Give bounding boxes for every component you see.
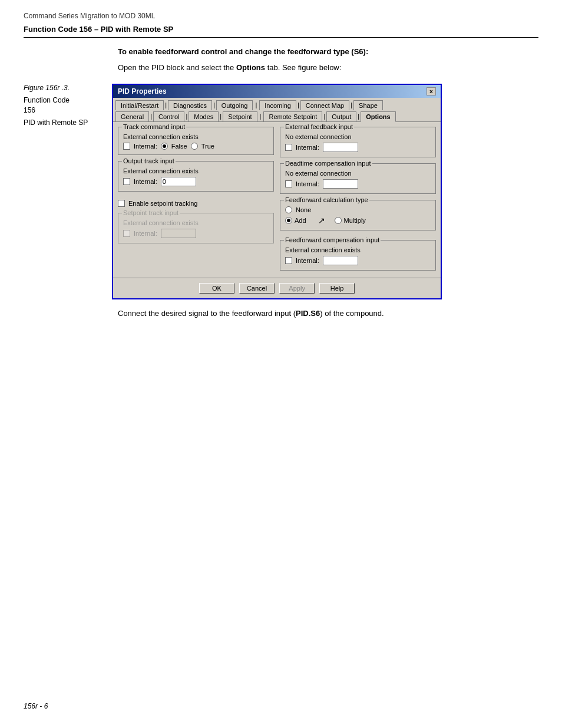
ff-add-radio[interactable] [285,217,292,224]
tab-modes[interactable]: Modes [189,111,219,121]
document-title: Command Series Migration to MOD 30ML [24,12,538,20]
output-track-internal-label: Internal: [134,178,157,185]
feedforward-comp-external: External connection exists [285,246,431,253]
feedforward-comp-checkbox[interactable] [285,257,292,264]
deadtime-internal-checkbox[interactable] [285,180,292,187]
deadtime-title: Deadtime compensation input [284,160,372,167]
page-number: 156r - 6 [24,702,48,710]
deadtime-input[interactable] [323,179,358,189]
deadtime-group: Deadtime compensation input No external … [280,163,436,194]
section-title: Function Code 156 – PID with Remote SP [24,25,538,38]
caption-line3: PID with Remote SP [24,118,88,127]
track-command-false-radio[interactable] [161,143,168,150]
feedforward-comp-group: Feedforward compensation input External … [280,240,436,271]
dialog-body: Track command input External connection … [113,122,441,278]
external-feedback-checkbox[interactable] [285,144,292,151]
tab-remote-setpoint[interactable]: Remote Setpoint [263,111,322,121]
feedforward-comp-input[interactable] [323,256,358,265]
tabs-row-1: Initial/Restart | Diagnostics | Outgoing… [113,98,441,111]
output-track-internal-checkbox[interactable] [123,178,130,185]
setpoint-track-internal-label: Internal: [134,230,157,237]
apply-button[interactable]: Apply [279,283,315,294]
caption-line1: Function Code [24,96,70,104]
ff-none-label: None [296,206,311,213]
track-command-false-label: False [171,143,187,150]
tab-diagnostics[interactable]: Diagnostics [168,100,212,110]
output-track-title: Output track input [122,157,176,164]
track-command-internal-label: Internal: [134,143,157,150]
dialog-titlebar: PID Properties × [113,85,441,98]
figure-caption: Figure 156r .3. Function Code 156 PID wi… [24,84,100,299]
setpoint-track-internal-checkbox [123,230,130,237]
external-feedback-input[interactable] [323,143,358,152]
help-button[interactable]: Help [319,283,355,294]
setpoint-track-external: External connection exists [123,219,269,226]
figure-label: Figure 156r .3. [24,84,100,92]
cancel-button[interactable]: Cancel [239,283,275,294]
ok-button[interactable]: OK [199,283,234,294]
track-command-true-label: True [201,143,214,150]
external-feedback-group: External feedback input No external conn… [280,127,436,157]
external-feedback-label: Internal: [296,144,319,151]
tab-output[interactable]: Output [326,111,356,121]
tab-initial-restart[interactable]: Initial/Restart [115,100,164,110]
track-command-title: Track command input [122,123,186,130]
setpoint-track-title: Setpoint track input [122,209,180,216]
ff-add-label: Add [295,217,306,224]
deadtime-external-text: No external connection [285,170,431,177]
tab-incoming[interactable]: Incoming [259,100,296,110]
feedforward-calc-group: Feedforward calculation type None Add [280,200,436,230]
tab-options[interactable]: Options [361,111,396,122]
bottom-text: Connect the desired signal to the feedfo… [118,309,538,318]
track-command-group: Track command input External connection … [118,127,274,155]
output-track-group: Output track input External connection e… [118,161,274,192]
close-button[interactable]: × [427,87,436,95]
output-track-input[interactable] [161,177,196,186]
deadtime-internal-label: Internal: [296,180,319,187]
feedforward-calc-title: Feedforward calculation type [284,196,369,203]
track-command-internal-checkbox[interactable] [123,143,130,150]
tab-shape[interactable]: Shape [353,100,383,110]
dialog-title: PID Properties [118,87,167,95]
tab-control[interactable]: Control [153,111,184,121]
dialog-footer: OK Cancel Apply Help [113,278,441,298]
tab-setpoint[interactable]: Setpoint [223,111,257,121]
track-command-true-radio[interactable] [191,143,198,150]
track-command-external: External connection exists [123,133,269,140]
tab-connect-map[interactable]: Connect Map [300,100,349,110]
tab-outgoing[interactable]: Outgoing [216,100,253,110]
external-feedback-title: External feedback input [284,123,354,130]
caption-line2: 156 [24,106,35,114]
ff-none-radio[interactable] [285,206,292,213]
ff-multiply-radio[interactable] [335,217,342,224]
sub-instruction: Open the PID block and select the Option… [118,63,538,72]
left-panel: Track command input External connection … [118,127,274,273]
setpoint-track-group: Setpoint track input External connection… [118,213,274,243]
feedforward-comp-label: Internal: [296,257,319,264]
tab-general[interactable]: General [115,111,149,121]
ff-multiply-label: Multiply [344,217,366,224]
output-track-external: External connection exists [123,167,269,174]
pid-properties-dialog: PID Properties × Initial/Restart | Diagn… [112,84,442,299]
enable-setpoint-checkbox[interactable] [118,200,125,207]
feedforward-comp-title: Feedforward compensation input [284,236,381,243]
right-panel: External feedback input No external conn… [280,127,436,273]
tabs-row-2: General | Control | Modes | Setpoint | R… [113,110,441,122]
enable-setpoint-label: Enable setpoint tracking [128,200,197,207]
setpoint-track-input [161,229,196,238]
external-feedback-text: No external connection [285,133,431,140]
instruction-heading: To enable feedforward control and change… [118,47,538,56]
enable-setpoint-row: Enable setpoint tracking [118,200,274,207]
